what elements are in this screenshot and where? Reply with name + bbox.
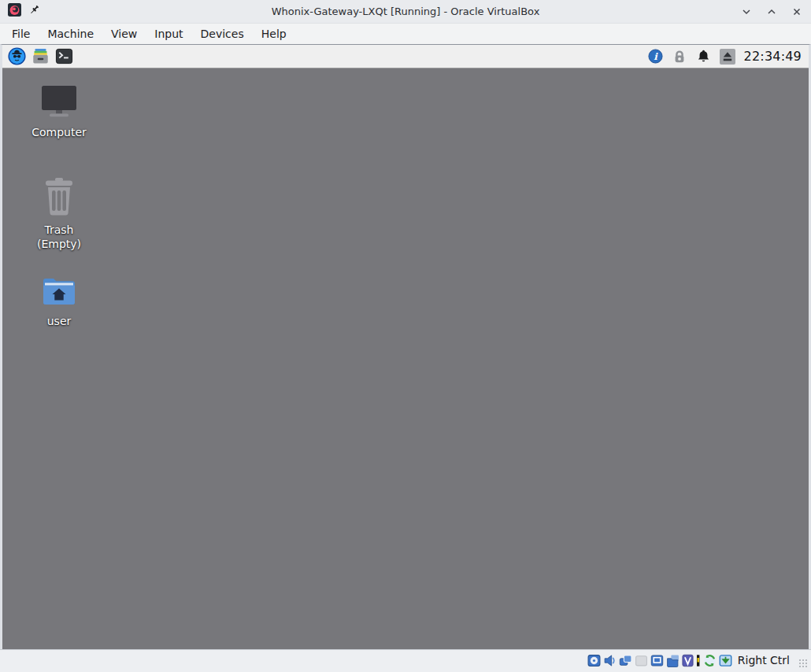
desktop-icon-label: Trash (Empty) <box>31 223 87 252</box>
desktop-icon-label: Computer <box>31 126 87 140</box>
hard-disks-icon[interactable] <box>587 654 601 667</box>
menu-help[interactable]: Help <box>253 25 295 42</box>
menubar: File Machine View Input Devices Help <box>0 24 811 44</box>
titlebar: Whonix-Gateway-LXQt [Running] - Oracle V… <box>0 0 811 24</box>
whonix-logo-icon <box>8 3 21 20</box>
terminal-launcher[interactable] <box>54 46 75 67</box>
menu-machine[interactable]: Machine <box>39 25 102 42</box>
network-icon[interactable] <box>619 654 632 667</box>
info-icon[interactable]: i <box>648 49 663 64</box>
computer-monitor-icon <box>40 85 78 121</box>
window-title: Whonix-Gateway-LXQt [Running] - Oracle V… <box>0 6 811 17</box>
mouse-integration-icon[interactable] <box>703 654 717 667</box>
menu-devices[interactable]: Devices <box>192 25 253 42</box>
display-icon[interactable] <box>650 654 664 667</box>
desktop-icon-user-home[interactable]: user <box>31 275 87 329</box>
features-icon[interactable] <box>682 654 694 667</box>
recording-indicator[interactable] <box>696 654 701 667</box>
vm-screen: i <box>0 44 811 649</box>
shared-folders-icon[interactable] <box>666 654 680 667</box>
panel-clock[interactable]: 22:34:49 <box>744 49 802 64</box>
home-folder-icon <box>41 275 77 310</box>
pin-icon[interactable] <box>28 4 40 19</box>
desktop-icon-trash[interactable]: Trash (Empty) <box>31 178 87 252</box>
resize-grip[interactable] <box>798 658 808 668</box>
file-manager-launcher[interactable] <box>30 46 51 67</box>
menu-input[interactable]: Input <box>146 25 191 42</box>
host-key-label: Right Ctrl <box>738 654 790 666</box>
audio-icon[interactable] <box>603 654 617 667</box>
keyring-lock-icon[interactable] <box>672 49 687 65</box>
menu-view[interactable]: View <box>102 25 146 42</box>
minimize-button[interactable] <box>740 6 753 18</box>
desktop[interactable]: Computer Trash (Empty) <box>2 68 809 649</box>
trash-can-icon <box>42 178 76 219</box>
statusbar: Right Ctrl <box>0 649 811 672</box>
whonix-start-menu-button[interactable] <box>6 46 28 67</box>
menu-file[interactable]: File <box>3 25 39 42</box>
usb-icon[interactable] <box>635 654 648 667</box>
virtualbox-window: Whonix-Gateway-LXQt [Running] - Oracle V… <box>0 0 811 672</box>
lxqt-panel: i <box>2 45 809 68</box>
keyboard-icon[interactable] <box>719 654 732 667</box>
desktop-icon-label: user <box>47 315 72 329</box>
system-tray: i <box>648 49 805 65</box>
maximize-button[interactable] <box>765 6 778 18</box>
eject-removable-media-icon[interactable] <box>720 49 735 65</box>
desktop-icon-computer[interactable]: Computer <box>31 85 87 140</box>
notifications-bell-icon[interactable] <box>696 49 711 64</box>
close-button[interactable] <box>791 6 803 18</box>
